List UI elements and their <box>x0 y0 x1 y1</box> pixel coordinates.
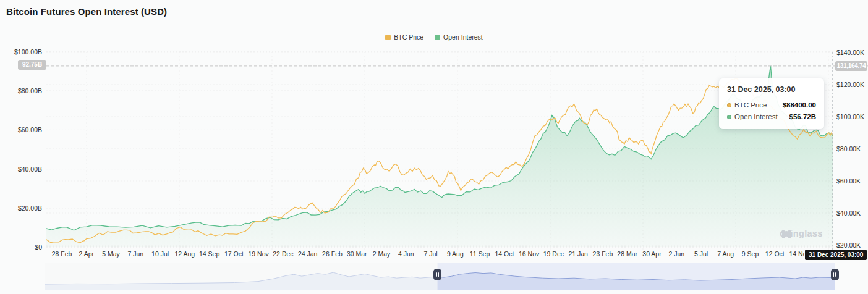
tooltip-series-label: Open Interest <box>734 111 782 123</box>
crosshair-date-label: 31 Dec 2025, 03:00 <box>805 250 867 260</box>
y-right-tick: $100.00K <box>836 113 864 120</box>
y-right-tick: $40.00K <box>836 209 861 217</box>
tooltip-rows: BTC Price$88400.00Open Interest$56.72B <box>727 99 816 123</box>
open-interest-max-badge: 92.75B <box>18 60 46 70</box>
y-left-tick: $40.00B <box>18 166 42 173</box>
x-tick: 2 Apr <box>79 250 95 258</box>
x-tick: 10 Jul <box>151 250 169 258</box>
x-tick: 9 Sep <box>742 250 759 258</box>
x-tick: 30 Apr <box>642 250 661 258</box>
x-tick: 12 Oct <box>765 250 785 258</box>
x-tick: 5 May <box>102 250 120 258</box>
y-left-tick: $80.00B <box>18 87 42 94</box>
x-tick: 11 Sep <box>470 250 490 258</box>
x-tick: 9 Aug <box>447 250 464 258</box>
x-tick: 19 Nov <box>249 250 269 258</box>
x-tick: 14 Oct <box>495 250 514 258</box>
x-tick: 2 May <box>373 250 391 258</box>
y-right-tick: $20.00K <box>836 242 861 249</box>
tooltip-series-value: $56.72B <box>789 111 816 123</box>
y-right-tick: $140.00K <box>836 49 864 56</box>
x-tick: 26 Feb <box>322 250 343 258</box>
y-right-tick: $120.00K <box>836 81 864 88</box>
tooltip-row: BTC Price$88400.00 <box>727 99 816 111</box>
navigator-right-handle[interactable] <box>831 269 839 280</box>
x-tick: 5 Jul <box>694 250 708 258</box>
y-left-tick: $60.00B <box>18 126 42 133</box>
x-tick: 28 Mar <box>617 250 637 258</box>
series-dot-icon <box>727 103 731 107</box>
x-tick: 30 Mar <box>347 250 367 258</box>
y-left-tick: $20.00B <box>18 204 42 212</box>
x-tick: 17 Oct <box>224 250 244 258</box>
y-left-tick: $100.00B <box>14 48 42 56</box>
x-tick: 21 Jan <box>568 250 588 258</box>
navigator-unselected-mask <box>45 262 438 290</box>
y-left-tick: $0 <box>35 243 42 251</box>
tooltip-series-label: BTC Price <box>734 99 775 111</box>
x-tick: 14 Sep <box>199 250 219 258</box>
hover-tooltip: 31 Dec 2025, 03:00 BTC Price$88400.00Ope… <box>719 78 824 129</box>
x-tick: 7 Aug <box>717 250 734 258</box>
tooltip-date: 31 Dec 2025, 03:00 <box>727 85 816 94</box>
y-right-tick: $60.00K <box>836 177 861 185</box>
x-tick: 4 Jun <box>398 250 414 258</box>
x-tick: 16 Nov <box>519 250 539 258</box>
x-tick: 7 Jun <box>127 250 143 258</box>
x-tick: 2 Jun <box>668 250 684 258</box>
x-tick: 12 Aug <box>174 250 195 258</box>
x-tick: 19 Dec <box>543 250 564 258</box>
x-tick: 24 Jan <box>298 250 318 258</box>
open-interest-area <box>46 66 833 247</box>
coinglass-bear-icon <box>780 229 793 238</box>
y-right-tick: $80.00K <box>836 145 861 153</box>
tooltip-row: Open Interest$56.72B <box>727 111 816 123</box>
x-tick: 28 Feb <box>52 250 72 258</box>
btc-price-max-badge: 131,164.74 <box>835 61 867 71</box>
x-tick: 7 Jul <box>423 250 437 258</box>
navigator-selected-window[interactable] <box>438 262 835 290</box>
navigator-left-handle[interactable] <box>433 269 441 280</box>
series-dot-icon <box>727 115 731 119</box>
x-tick: 23 Feb <box>593 250 613 258</box>
coinglass-watermark: coinglass <box>780 229 833 238</box>
tooltip-series-value: $88400.00 <box>783 99 816 111</box>
x-tick: 22 Dec <box>273 250 293 258</box>
